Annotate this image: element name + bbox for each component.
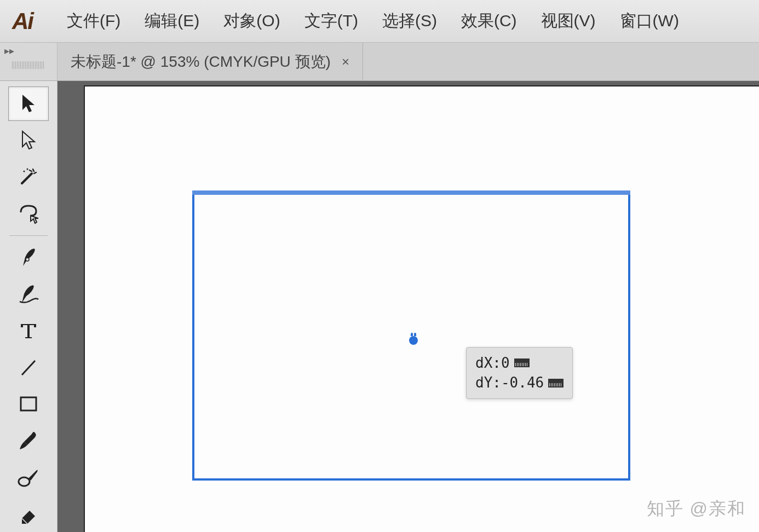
svg-rect-4: [21, 397, 36, 410]
dy-value: -0.46: [501, 373, 544, 392]
ruler-unit-icon: [548, 379, 564, 388]
toolbox: [0, 81, 58, 532]
pen-tool-icon: [18, 245, 39, 269]
watermark-text: 知乎 @亲和: [647, 497, 746, 521]
document-tab[interactable]: 未标题-1* @ 153% (CMYK/GPU 预览) ×: [58, 43, 363, 80]
menu-object[interactable]: 对象(O): [211, 5, 292, 37]
blob-brush-tool[interactable]: [8, 460, 49, 494]
document-tab-close-icon[interactable]: ×: [342, 54, 349, 70]
svg-line-3: [22, 361, 35, 375]
svg-point-1: [27, 169, 28, 170]
tabbar: ▸▸ 未标题-1* @ 153% (CMYK/GPU 预览) ×: [0, 43, 759, 81]
type-tool[interactable]: [8, 314, 49, 348]
blob-brush-tool-icon: [16, 465, 41, 489]
artboard[interactable]: dX: 0 dY: -0.46 知乎 @亲和: [84, 85, 759, 532]
lasso-tool[interactable]: [8, 196, 49, 231]
rectangle-tool-icon: [18, 394, 39, 414]
svg-point-0: [24, 171, 25, 172]
paintbrush-tool[interactable]: [8, 423, 49, 458]
menu-window[interactable]: 窗口(W): [608, 5, 691, 37]
line-tool-icon: [18, 356, 39, 378]
ruler-unit-icon: [514, 358, 530, 367]
tool-divider: [9, 235, 48, 236]
dx-value: 0: [501, 353, 510, 373]
dy-label: dY:: [475, 373, 501, 392]
menubar: Ai 文件(F) 编辑(E) 对象(O) 文字(T) 选择(S) 效果(C) 视…: [0, 0, 759, 43]
svg-point-2: [26, 258, 29, 261]
menu-effect[interactable]: 效果(C): [449, 5, 529, 37]
menu-view[interactable]: 视图(V): [529, 5, 608, 37]
menu-type[interactable]: 文字(T): [292, 5, 370, 37]
magic-wand-tool-icon: [18, 166, 39, 188]
center-point-marker[interactable]: [409, 336, 418, 345]
toolbox-grip-icon[interactable]: [12, 61, 45, 69]
canvas-area[interactable]: dX: 0 dY: -0.46 知乎 @亲和: [58, 81, 759, 532]
menu-file[interactable]: 文件(F): [55, 5, 133, 37]
measurement-tooltip: dX: 0 dY: -0.46: [466, 347, 573, 399]
toolbox-header: ▸▸: [0, 43, 58, 80]
measurement-dx: dX: 0: [475, 353, 564, 373]
rectangle-tool[interactable]: [8, 386, 49, 421]
curvature-tool[interactable]: [8, 277, 49, 311]
measurement-dy: dY: -0.46: [475, 373, 564, 392]
app-logo: Ai: [12, 8, 33, 34]
pen-tool[interactable]: [8, 240, 49, 275]
type-tool-icon: [18, 320, 39, 342]
lasso-tool-icon: [16, 203, 41, 224]
direct-selection-tool-icon: [19, 129, 38, 151]
line-tool[interactable]: [8, 350, 49, 384]
workspace: dX: 0 dY: -0.46 知乎 @亲和: [0, 81, 759, 532]
eraser-tool-icon: [16, 502, 41, 526]
magic-wand-tool[interactable]: [8, 160, 49, 194]
dx-label: dX:: [475, 353, 501, 373]
toolbox-collapse-icon[interactable]: ▸▸: [4, 46, 14, 56]
selection-tool[interactable]: [8, 86, 49, 121]
selection-tool-icon: [19, 92, 38, 114]
menu-select[interactable]: 选择(S): [370, 5, 449, 37]
document-tab-title: 未标题-1* @ 153% (CMYK/GPU 预览): [71, 51, 331, 72]
svg-point-5: [19, 477, 30, 486]
direct-selection-tool[interactable]: [8, 123, 49, 158]
paintbrush-tool-icon: [16, 429, 41, 453]
curvature-tool-icon: [16, 282, 41, 306]
eraser-tool[interactable]: [8, 496, 49, 531]
menu-edit[interactable]: 编辑(E): [133, 5, 211, 37]
